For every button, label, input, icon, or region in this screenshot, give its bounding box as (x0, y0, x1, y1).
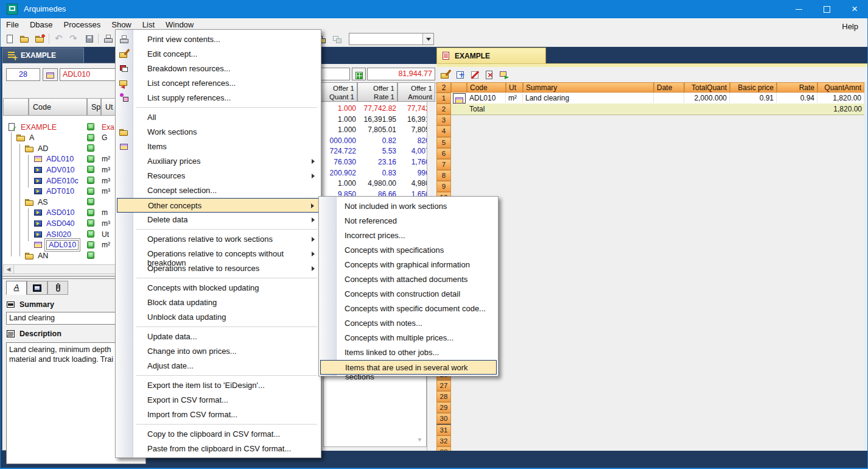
list-vertical-scrollbar[interactable] (864, 82, 868, 451)
scroll-left-icon[interactable]: ◀ (4, 265, 14, 273)
row-number-cell[interactable]: 7 (436, 159, 451, 170)
tree-node-label[interactable]: ADE010c (46, 177, 79, 185)
menu-item-adjust-date[interactable]: Adjust date... (117, 359, 320, 373)
tree-node-label[interactable]: AS (38, 198, 48, 206)
open-job-button[interactable] (18, 33, 32, 45)
cell-quant[interactable]: 1.000 (317, 104, 356, 113)
menu-item-list-concept-references[interactable]: List concept references... (117, 76, 320, 91)
row-number-cell[interactable]: 28 (436, 391, 451, 402)
cell-code[interactable]: ADL010 (467, 93, 506, 103)
tab-attachment[interactable] (47, 281, 68, 295)
row-number-cell[interactable]: 5 (436, 137, 451, 148)
add-row-button[interactable] (453, 69, 467, 81)
tree-node-label[interactable]: ADL010 (46, 240, 79, 250)
menu-item-concepts-with-specifications[interactable]: Concepts with specifications (320, 243, 497, 258)
menu-item-import-from-csv-format[interactable]: Import from CSV format... (117, 407, 320, 422)
menu-item-list-supply-references[interactable]: List supply references... (117, 91, 320, 105)
cell-quant[interactable]: 200.902 (317, 169, 356, 177)
cell-summary[interactable]: Land clearing (523, 93, 654, 103)
tree-node-label[interactable]: ADT010 (46, 187, 74, 196)
cell-rate[interactable]: 4,980.00 (357, 179, 396, 188)
close-button[interactable]: × (841, 0, 868, 18)
row-number-cell[interactable]: 27 (436, 380, 451, 391)
cell-totalquant[interactable]: 2,000.000 (684, 93, 730, 103)
menu-item-not-included-in-work-sections[interactable]: Not included in work sections (320, 199, 497, 214)
menu-item-concepts-with-blocked-updating[interactable]: Concepts with blocked updating (117, 281, 320, 295)
calculate-button[interactable] (352, 68, 366, 80)
menu-item-concepts-with-construction-detail[interactable]: Concepts with construction detail (320, 287, 497, 302)
menu-item-edit-concept[interactable]: Edit concept... (117, 47, 320, 62)
column-header-totalquant[interactable]: TotalQuant (684, 82, 730, 93)
cell-quant[interactable]: 000.000 (317, 136, 356, 145)
menu-item-update-data[interactable]: Update data... (117, 330, 320, 344)
menu-item-breakdown-resources[interactable]: Breakdown resources... (117, 62, 320, 76)
tree-column-header-Code[interactable]: Code (29, 98, 87, 116)
tab-picture[interactable] (27, 281, 47, 295)
menu-item-concepts-with-multiple-prices[interactable]: Concepts with multiple prices... (320, 331, 497, 345)
column-header-basic-price[interactable]: Basic price (730, 82, 777, 93)
menu-item-auxiliary-prices[interactable]: Auxiliary prices (117, 154, 320, 169)
delete-row-button[interactable] (468, 69, 481, 81)
new-document-button[interactable] (3, 33, 16, 45)
menu-item-operations-relative-to-concepts-without-breakdown[interactable]: Operations relative to concepts without … (117, 247, 320, 261)
menu-item-concepts-with-graphical-information[interactable]: Concepts with graphical information (320, 258, 497, 272)
menu-item-not-referenced[interactable]: Not referenced (320, 214, 497, 228)
notes-box[interactable]: ▼ (323, 373, 427, 447)
menu-dbase[interactable]: Dbase (24, 18, 58, 31)
menu-item-items-that-are-used-in-several-work-sections[interactable]: Items that are used in several work sect… (320, 360, 497, 375)
tree-column-header-Sp[interactable]: Sp (87, 98, 101, 116)
row-number-cell[interactable]: 32 (436, 436, 451, 446)
offer-column-header[interactable]: Offer 1Rate 1 (357, 82, 397, 102)
column-header-code[interactable]: Code (467, 82, 506, 93)
tab-example-list[interactable]: EXAMPLE (436, 48, 546, 63)
column-header-ut[interactable]: Ut (506, 82, 523, 93)
menu-item-concepts-with-attached-documents[interactable]: Concepts with attached documents (320, 272, 497, 287)
cell-quant[interactable]: 76.030 (317, 158, 356, 166)
cell-basic-price[interactable]: 0.91 (730, 93, 777, 103)
job-selector-combobox[interactable] (349, 33, 434, 45)
tree-node-label[interactable]: ASD040 (46, 219, 75, 228)
offer-column-header[interactable]: Offer 1Quant 1 (317, 82, 357, 102)
row-number-cell[interactable]: 6 (436, 148, 451, 159)
undo-button[interactable] (52, 33, 66, 45)
cell-rate[interactable]: 77,742.82 (357, 104, 396, 113)
cell-rate[interactable]: 0.83 (357, 169, 396, 177)
maximize-button[interactable] (813, 0, 841, 18)
menu-item-export-in-csv-format[interactable]: Export in CSV format... (117, 393, 320, 407)
export-spreadsheet-button[interactable] (483, 69, 496, 81)
menu-item-concepts-with-notes[interactable]: Concepts with notes... (320, 316, 497, 331)
menu-item-incorrect-prices[interactable]: Incorrect prices... (320, 228, 497, 243)
menu-item-paste-from-the-clipboard-in-csv-format[interactable]: Paste from the clipboard in CSV format..… (117, 442, 320, 456)
menu-help[interactable]: Help (836, 20, 864, 33)
row-number-cell[interactable]: 31 (436, 425, 451, 436)
column-header-rate[interactable]: Rate (777, 82, 817, 93)
menu-item-copy-to-the-clipboard-in-csv-format[interactable]: Copy to the clipboard in CSV format... (117, 427, 320, 442)
menu-item-other-concepts[interactable]: Other concepts (117, 198, 320, 213)
row-number-cell[interactable]: 8 (436, 170, 451, 181)
selected-cell-box[interactable] (453, 93, 466, 104)
menu-item-unblock-data-updating[interactable]: Unblock data updating (117, 310, 320, 325)
tree-node-label[interactable]: AN (38, 252, 48, 260)
tree-node-label[interactable]: ASD010 (46, 208, 75, 217)
cell-quant[interactable]: 724.722 (317, 147, 356, 155)
redo-button[interactable] (68, 33, 81, 45)
menu-file[interactable]: File (1, 18, 24, 31)
tree-node-label[interactable]: ADV010 (46, 166, 75, 174)
cell-quant[interactable]: 1.000 (317, 179, 356, 188)
save-button[interactable] (83, 33, 96, 45)
tree-node-label[interactable]: AD (38, 144, 48, 153)
row-number-cell[interactable]: 9 (436, 181, 451, 192)
tab-example-tree[interactable]: EXAMPLE (2, 48, 84, 63)
minimize-button[interactable] (785, 0, 813, 18)
tree-node-label[interactable]: ASI020 (46, 230, 71, 239)
menu-processes[interactable]: Processes (58, 18, 107, 31)
tree-column-header-blank[interactable] (3, 98, 29, 116)
cell-quant[interactable]: 1.000 (317, 115, 356, 124)
concept-type-button[interactable] (43, 68, 58, 81)
cell-quant[interactable]: 1.000 (317, 125, 356, 134)
row-number-cell[interactable]: 4 (436, 125, 451, 136)
row-number-field[interactable]: 28 (6, 68, 40, 81)
tree-node-label[interactable]: A (29, 133, 34, 142)
menu-item-items-linked-to-other-jobs[interactable]: Items linked to other jobs... (320, 345, 497, 360)
menu-item-concept-selection[interactable]: Concept selection... (117, 183, 320, 198)
